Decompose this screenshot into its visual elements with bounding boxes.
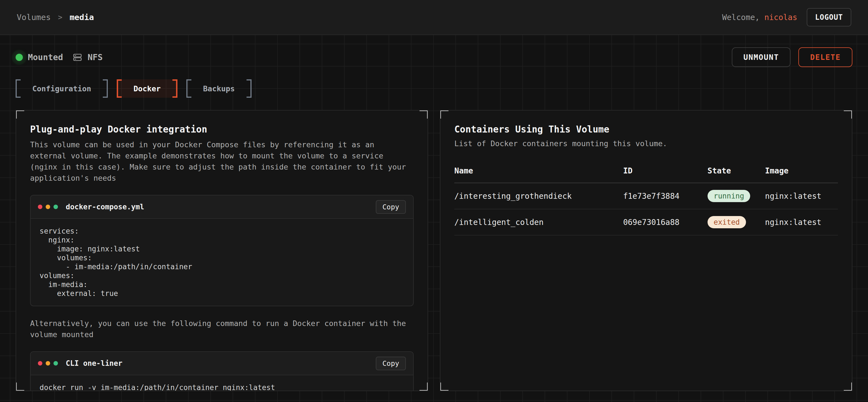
container-image: nginx:latest [765, 183, 838, 209]
server-stack-icon [72, 52, 83, 62]
corner-mark-icon [16, 382, 24, 391]
docker-integration-panel: Plug-and-play Docker integration This vo… [16, 110, 428, 391]
corner-mark-icon [440, 382, 448, 391]
containers-panel-subtitle: List of Docker containers mounting this … [454, 139, 838, 148]
tab-backups[interactable]: Backups [186, 79, 252, 98]
cli-title: CLI one-liner [66, 359, 376, 367]
containers-panel-title: Containers Using This Volume [454, 124, 838, 135]
container-name: /intelligent_colden [454, 209, 623, 235]
unmount-button[interactable]: UNMOUNT [732, 47, 791, 67]
corner-mark-icon [420, 382, 428, 391]
container-image: nginx:latest [765, 209, 838, 235]
column-header-image: Image [765, 161, 838, 183]
logout-button[interactable]: LOGOUT [807, 8, 851, 27]
status-row: Mounted NFS UNMOUNT DELETE [16, 47, 852, 67]
bracket-left-icon [16, 79, 21, 98]
status-badge: running [708, 190, 750, 202]
tab-bar: Configuration Docker Backups [16, 79, 852, 98]
volume-actions: UNMOUNT DELETE [732, 47, 852, 67]
docker-panel-title: Plug-and-play Docker integration [30, 124, 414, 135]
container-id: 069e73016a88 [623, 209, 708, 235]
panels-row: Plug-and-play Docker integration This vo… [16, 110, 852, 391]
traffic-yellow-icon [46, 361, 50, 366]
welcome-text: Welcome, nicolas [722, 13, 797, 22]
fs-type-status: NFS [72, 52, 102, 62]
docker-panel-description: This volume can be used in your Docker C… [30, 139, 414, 184]
bracket-right-icon [247, 79, 252, 98]
compose-code-content: services: nginx: image: nginx:latest vol… [31, 219, 413, 306]
welcome-prefix: Welcome, [722, 13, 760, 22]
corner-mark-icon [16, 110, 24, 119]
breadcrumb-volumes-link[interactable]: Volumes [17, 12, 51, 22]
breadcrumb: Volumes > media [17, 12, 94, 22]
container-name: /interesting_grothendieck [454, 183, 623, 209]
cli-copy-button[interactable]: Copy [376, 357, 406, 370]
corner-mark-icon [844, 382, 852, 391]
top-bar: Volumes > media Welcome, nicolas LOGOUT [0, 0, 868, 35]
tab-configuration[interactable]: Configuration [16, 79, 108, 98]
tab-docker[interactable]: Docker [117, 79, 178, 98]
compose-code-block: docker-compose.yml Copy services: nginx:… [30, 195, 414, 306]
chevron-right-icon: > [58, 13, 62, 22]
table-row: /interesting_grothendieck f1e73e7f3884 r… [454, 183, 838, 209]
bracket-right-icon [173, 79, 178, 98]
traffic-green-icon [54, 361, 58, 366]
cli-intro-text: Alternatively, you can use the following… [30, 318, 414, 340]
corner-mark-icon [420, 110, 428, 119]
container-id: f1e73e7f3884 [623, 183, 708, 209]
traffic-yellow-icon [46, 205, 50, 209]
column-header-id: ID [623, 161, 708, 183]
table-row: /intelligent_colden 069e73016a88 exited … [454, 209, 838, 235]
bracket-left-icon [186, 79, 191, 98]
compose-copy-button[interactable]: Copy [376, 200, 406, 214]
column-header-name: Name [454, 161, 623, 183]
traffic-red-icon [38, 361, 42, 366]
column-header-state: State [708, 161, 765, 183]
mount-status: Mounted [16, 52, 63, 62]
breadcrumb-current-volume: media [70, 12, 94, 22]
header-user-area: Welcome, nicolas LOGOUT [722, 8, 851, 27]
containers-panel: Containers Using This Volume List of Doc… [440, 110, 852, 391]
compose-code-header: docker-compose.yml Copy [31, 195, 413, 219]
traffic-green-icon [54, 205, 58, 209]
mount-status-label: Mounted [28, 52, 63, 62]
corner-mark-icon [440, 110, 448, 119]
table-header-row: Name ID State Image [454, 161, 838, 183]
traffic-lights-icon [38, 205, 58, 209]
cli-code-content: docker run -v im-media:/path/in/containe… [31, 375, 413, 391]
status-badge: exited [708, 216, 746, 228]
corner-mark-icon [844, 110, 852, 119]
mounted-dot-icon [16, 54, 23, 61]
cli-code-header: CLI one-liner Copy [31, 352, 413, 375]
bracket-left-icon [117, 79, 122, 98]
cli-code-block: CLI one-liner Copy docker run -v im-medi… [30, 351, 414, 391]
tab-docker-label: Docker [122, 79, 173, 98]
volume-status-group: Mounted NFS [16, 52, 103, 62]
compose-filename: docker-compose.yml [66, 203, 376, 211]
tab-configuration-label: Configuration [21, 79, 103, 98]
traffic-lights-icon [38, 361, 58, 366]
bracket-right-icon [103, 79, 108, 98]
delete-button[interactable]: DELETE [798, 47, 852, 67]
containers-table: Name ID State Image /interesting_grothen… [454, 161, 838, 236]
traffic-red-icon [38, 205, 42, 209]
username: nicolas [764, 13, 797, 22]
main-content: Mounted NFS UNMOUNT DELETE Configuration [0, 35, 868, 391]
fs-type-label: NFS [88, 52, 102, 62]
tab-backups-label: Backups [191, 79, 247, 98]
